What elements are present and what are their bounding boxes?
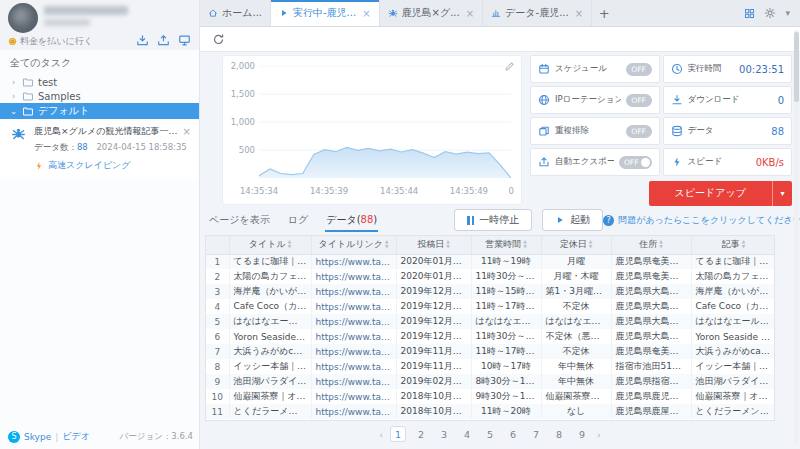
table-row[interactable]: 1てるまに珈琲｜奄美...https://www.tabirai.net/s..… [206,254,775,269]
x-axis-label: 14:35:44 [380,186,418,196]
sort-icon[interactable]: ▲▼ [523,240,526,249]
scrollbar-thumb[interactable] [794,32,799,102]
skype-icon[interactable]: S [8,431,20,443]
page-9[interactable]: 9 [574,426,590,442]
tree-item-デフォルト[interactable]: ⌄デフォルト [0,103,199,119]
table-cell: 大浜うみがめcafe｜奄... [229,344,311,359]
new-tab-button[interactable]: + [592,0,616,26]
toggle-IPローテーション[interactable]: OFF [626,94,652,107]
page-7[interactable]: 7 [528,426,544,442]
tab-データ-鹿児...[interactable]: データ-鹿児...× [483,0,592,26]
import-task-icon[interactable] [136,34,149,47]
schedule-icon [538,63,550,75]
view-tab-ログ[interactable]: ログ [287,209,309,231]
gear-icon[interactable] [764,7,776,19]
table-row[interactable]: 9池田湖パラダイス｜大...https://www.tabirai.net/s.… [206,374,775,389]
tab-実行中-鹿児...[interactable]: 実行中-鹿児...× [271,0,380,26]
table-cell: 鹿児島県奄美市名瀬... [611,269,691,284]
table-cell: 10時～17時 [471,359,541,374]
table-row[interactable]: 7大浜うみがめcafe｜奄...https://www.tabirai.net/… [206,344,775,359]
dedupe-icon [538,125,550,137]
close-tab-icon[interactable]: × [362,8,370,19]
chevron-down-icon[interactable]: ▾ [785,8,790,18]
status-cell-実行時間: 実行時間00:23:51 [663,55,793,83]
table-row[interactable]: 4Cafe Coco（カフェココ...https://www.tabirai.n… [206,299,775,314]
pay-link[interactable]: 料金を払いに行く [8,35,93,48]
tab-ホーム...[interactable]: ホーム... [200,0,271,26]
caret-right-icon[interactable]: › [10,92,17,101]
view-tab-ページを表示[interactable]: ページを表示 [208,209,271,231]
toggle-重複排除[interactable]: OFF [626,125,652,138]
table-row[interactable]: 3海岸庵（かいがんど...https://www.tabirai.net/s..… [206,284,775,299]
help-link[interactable]: ? 問題があったらここをクリックしてください [603,214,800,227]
page-4[interactable]: 4 [459,426,475,442]
column-header-記事[interactable]: 記事▲▼ [691,236,775,254]
grid-icon[interactable] [744,8,755,19]
next-page-button[interactable]: › [597,429,601,440]
caret-right-icon[interactable]: › [10,78,17,87]
tab-鹿児島×グ...[interactable]: 鹿児島×グ...× [380,0,484,26]
toggle-自動エクスポート[interactable]: OFF [619,156,652,169]
task-close-icon[interactable]: × [183,126,191,137]
sort-icon[interactable]: ▲▼ [446,240,449,249]
table-row[interactable]: 11とくだラーメン｜地元...https://www.tabirai.net/s… [206,404,775,419]
table-cell: イッシー本舗｜池田... [691,359,775,374]
row-number: 1 [206,254,229,269]
start-button[interactable]: 起動 [542,209,603,231]
dashboard-icon[interactable] [178,34,191,47]
skype-link[interactable]: Skype [24,432,51,442]
page-3[interactable]: 3 [436,426,452,442]
column-header-住所[interactable]: 住所▲▼ [611,236,691,254]
sort-icon[interactable]: ▲▼ [385,240,388,249]
speedup-button[interactable]: スピードアップ [649,181,772,206]
sort-icon[interactable]: ▲▼ [659,240,662,249]
video-link[interactable]: ビデオ [62,430,90,443]
column-header-タイトル[interactable]: タイトル▲▼ [229,236,311,254]
row-number: 8 [206,359,229,374]
export-task-icon[interactable] [157,34,170,47]
table-cell: https://www.tabirai.net/s... [311,344,396,359]
status-label: 自動エクスポート [555,156,614,168]
table-cell: 2019年12月23日（月） [396,284,471,299]
toggle-スケジュール[interactable]: OFF [626,63,652,76]
scrollbar[interactable] [794,30,799,444]
sort-icon[interactable]: ▲▼ [742,240,745,249]
view-tab-データ[interactable]: データ(88) [325,209,378,231]
run-chart-card: 2,0001,5001,000500 14:35:3414:35:3914:35… [222,55,522,205]
tree-item-test[interactable]: ›test [0,75,199,89]
table-row[interactable]: 10仙巌園茶寮｜オリジ...https://www.tabirai.net/s.… [206,389,775,404]
page-6[interactable]: 6 [505,426,521,442]
column-header-営業時間[interactable]: 営業時間▲▼ [471,236,541,254]
page-2[interactable]: 2 [413,426,429,442]
column-header-投稿日[interactable]: 投稿日▲▼ [396,236,471,254]
table-row[interactable]: 2太陽の島カフェ｜奄...https://www.tabirai.net/s..… [206,269,775,284]
column-header-タイトルリンク[interactable]: タイトルリンク▲▼ [311,236,396,254]
table-row[interactable]: 8イッシー本舗｜池田...https://www.tabirai.net/s..… [206,359,775,374]
column-label: 記事 [722,239,740,249]
status-cell-データ: データ88 [663,117,793,145]
data-count-label: データ数： [34,142,77,152]
prev-page-button[interactable]: ‹ [379,429,383,440]
status-cell-IPローテーション: IPローテーションOFF [530,86,660,114]
close-tab-icon[interactable]: × [575,8,583,19]
pause-button[interactable]: 一時停止 [454,209,532,231]
table-row[interactable]: 6Yoron Seaside Garden...https://www.tabi… [206,329,775,344]
speedup-dropdown-icon[interactable]: ▾ [772,181,792,206]
task-card[interactable]: 鹿児島×グルメの観光情報記事一覧」たびら... × データ数：88 2024-0… [0,121,199,179]
tree-item-Samples[interactable]: ›Samples [0,89,199,103]
version-label: バージョン：3.6.4 [120,431,193,443]
sort-icon[interactable]: ▲▼ [589,240,592,249]
close-tab-icon[interactable]: × [466,8,474,19]
refresh-icon[interactable] [212,33,225,46]
page-1[interactable]: 1 [390,426,406,442]
footer-divider: | [55,432,58,442]
table-cell: はなはなエール｜奄美... [541,314,611,329]
caret-down-icon[interactable]: ⌄ [10,107,17,116]
sort-icon[interactable]: ▲▼ [288,240,291,249]
avatar[interactable] [8,3,38,33]
table-row[interactable]: 5はなはなエール｜奄...https://www.tabirai.net/s..… [206,314,775,329]
table-cell: Cafe Coco（カフェココ... [691,299,775,314]
column-header-定休日[interactable]: 定休日▲▼ [541,236,611,254]
page-5[interactable]: 5 [482,426,498,442]
page-8[interactable]: 8 [551,426,567,442]
